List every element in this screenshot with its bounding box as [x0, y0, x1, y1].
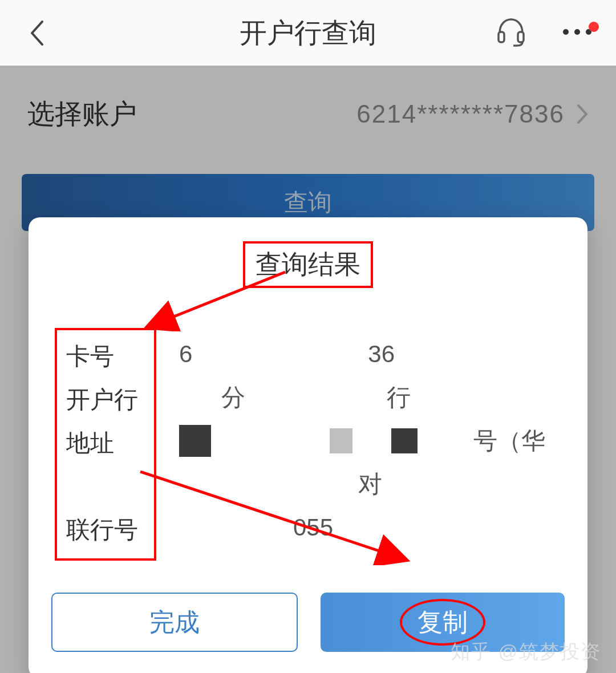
label-address: 地址 [66, 427, 145, 459]
page-title: 开户行查询 [240, 15, 376, 51]
value-address-line2: 对 [179, 468, 561, 500]
redaction-block [179, 425, 211, 457]
label-cnaps: 联行号 [66, 514, 145, 546]
value-branch: 分 行 [179, 382, 561, 413]
back-button[interactable] [23, 19, 51, 47]
complete-button[interactable]: 完成 [51, 593, 298, 652]
svg-point-3 [574, 29, 580, 35]
label-branch: 开户行 [66, 384, 145, 416]
result-details: 卡号 开户行 地址 联行号 6 36 分 行 [51, 328, 565, 561]
more-button[interactable] [561, 27, 593, 39]
svg-point-2 [563, 29, 569, 35]
value-cnaps: 055 [179, 512, 561, 544]
svg-rect-1 [518, 32, 524, 42]
value-card-no: 6 36 [179, 338, 561, 370]
page-body: 选择账户 6214********7836 查询 查询结果 卡号 开户行 地址 … [0, 66, 616, 673]
modal-title: 查询结果 [243, 241, 373, 288]
value-address-line1: 号（华 [179, 425, 561, 457]
label-card-no: 卡号 [66, 340, 145, 372]
result-modal: 查询结果 卡号 开户行 地址 联行号 6 36 分 行 [29, 217, 587, 673]
copy-button-label: 复制 [418, 606, 468, 639]
headset-icon [495, 16, 527, 48]
watermark: 知乎 @筑梦投资 [451, 639, 601, 665]
redaction-block [391, 428, 418, 453]
redaction-block [330, 428, 352, 453]
result-labels: 卡号 开户行 地址 联行号 [55, 328, 156, 561]
notification-badge [589, 22, 599, 32]
result-values: 6 36 分 行 号（华 [179, 328, 561, 561]
chevron-left-icon [30, 21, 44, 46]
header-actions [495, 16, 593, 50]
svg-rect-0 [499, 32, 504, 42]
headset-button[interactable] [495, 16, 527, 50]
header: 开户行查询 [0, 0, 616, 66]
complete-button-label: 完成 [149, 606, 200, 639]
